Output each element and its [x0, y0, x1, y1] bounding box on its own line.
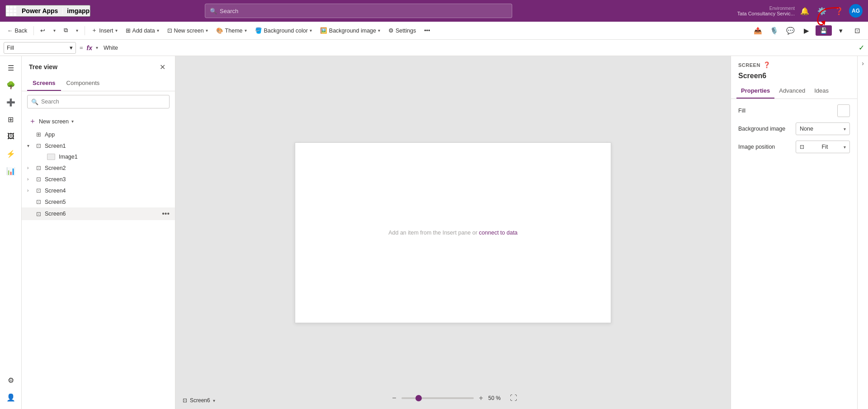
formula-value[interactable]: White — [102, 45, 855, 51]
property-dropdown[interactable]: Fill ▾ — [4, 42, 76, 54]
save-button[interactable]: 💾 — [816, 25, 832, 36]
sidebar-tabs: Screens Components — [22, 76, 175, 91]
formula-check-icon: ✓ — [859, 43, 864, 52]
zoom-slider[interactable] — [401, 397, 474, 399]
search-placeholder: Search — [220, 8, 238, 14]
data-icon: ⊞ — [126, 27, 131, 34]
tree-item-screen4[interactable]: › ⊡ Screen4 — [22, 185, 175, 196]
right-panel: SCREEN ❓ Screen6 Properties Advanced Ide… — [731, 56, 857, 409]
copy-dropdown[interactable]: ▾ — [72, 24, 82, 38]
save-dropdown[interactable]: ▾ — [834, 24, 848, 38]
screen2-icon: ⊡ — [36, 165, 41, 171]
tree-item-screen3[interactable]: › ⊡ Screen3 — [22, 174, 175, 185]
formula-bar: Fill ▾ = fx ▾ White ✓ — [0, 40, 868, 56]
tree-item-app[interactable]: ⊞ App — [22, 129, 175, 140]
right-panel-collapse-button[interactable]: › — [857, 56, 868, 409]
play-button[interactable]: ▶ — [799, 24, 814, 38]
fullscreen-button[interactable]: ⛶ — [510, 394, 517, 402]
help-button[interactable]: ❓ — [832, 5, 846, 17]
screen3-icon: ⊡ — [36, 176, 41, 183]
rp-help-icon[interactable]: ❓ — [763, 61, 770, 68]
screen4-label: Screen4 — [45, 188, 171, 194]
app-label: App — [45, 132, 171, 138]
theme-button[interactable]: 🎨 Theme ▾ — [212, 24, 250, 38]
add-data-button[interactable]: ⊞ Add data ▾ — [122, 24, 163, 38]
new-screen-label: New screen — [39, 118, 69, 125]
nav-data-button[interactable]: ⊞ — [3, 111, 19, 127]
canvas-frame[interactable]: Add an item from the Insert pane or conn… — [295, 142, 611, 323]
tree-item-screen6[interactable]: ⊡ Screen6 ••• — [22, 207, 175, 220]
app-project-name: imgapp — [67, 7, 90, 14]
zoom-in-button[interactable]: + — [476, 393, 486, 404]
sidebar-search-container: 🔍 — [27, 95, 170, 108]
screen6-more-button[interactable]: ••• — [160, 210, 171, 218]
settings-icon-tb: ⚙ — [388, 27, 394, 34]
bg-color-button[interactable]: 🪣 Background color ▾ — [251, 24, 316, 38]
settings-toolbar-button[interactable]: ⚙ Settings — [385, 24, 420, 38]
global-search-bar[interactable]: 🔍 Search — [205, 4, 512, 18]
sidebar-close-button[interactable]: ✕ — [157, 61, 168, 72]
nav-settings-bottom-button[interactable]: ⚙ — [3, 372, 19, 388]
left-nav: ☰ 🌳 ➕ ⊞ 🖼 ⚡ 📊 ⚙ 👤 — [0, 56, 22, 409]
nav-variables-button[interactable]: 📊 — [3, 163, 19, 179]
copy-button[interactable]: ⧉ — [60, 24, 71, 38]
background-image-select[interactable]: None ▾ — [796, 122, 850, 135]
nav-user-button[interactable]: 👤 — [3, 389, 19, 405]
theme-icon: 🎨 — [216, 27, 223, 34]
canvas-zoom-controls: − + 50 % ⛶ — [175, 393, 731, 404]
bg-image-button[interactable]: 🖼️ Background image ▾ — [316, 24, 384, 38]
nav-menu-button[interactable]: ☰ — [3, 60, 19, 76]
env-name: Tata Consultancy Servic... — [737, 11, 795, 16]
zoom-percentage: 50 % — [488, 395, 506, 401]
toolbar-separator-1 — [33, 26, 34, 35]
toolbar: ← Back ↩ ▾ ⧉ ▾ ＋ Insert ▾ ⊞ Add data ▾ ⊡… — [0, 22, 868, 40]
fill-value — [837, 104, 850, 117]
undo-dropdown[interactable]: ▾ — [50, 24, 59, 38]
new-screen-toolbar-button[interactable]: ⊡ New screen ▾ — [164, 24, 212, 38]
bg-color-chevron: ▾ — [310, 28, 312, 33]
avatar[interactable]: AG — [849, 4, 863, 18]
mic-button[interactable]: 🎙️ — [767, 24, 781, 38]
rp-tab-ideas[interactable]: Ideas — [810, 84, 833, 99]
nav-insert-button[interactable]: ➕ — [3, 94, 19, 110]
image1-icon — [47, 154, 55, 160]
canvas-connect-link[interactable]: connect to data — [479, 230, 517, 236]
bg-image-icon: 🖼️ — [320, 27, 327, 34]
tree-item-screen5[interactable]: ⊡ Screen5 — [22, 196, 175, 207]
insert-button[interactable]: ＋ Insert ▾ — [88, 24, 121, 38]
background-image-label: Background image — [738, 126, 796, 132]
app-logo[interactable]: Power Apps | imgapp — [5, 5, 90, 17]
rp-tab-properties[interactable]: Properties — [736, 84, 774, 99]
nav-media-button[interactable]: 🖼 — [3, 128, 19, 145]
tree-item-screen1[interactable]: ▾ ⊡ Screen1 — [22, 140, 175, 151]
settings-button[interactable]: ⚙️ — [815, 5, 829, 17]
zoom-out-button[interactable]: − — [389, 393, 400, 404]
notifications-button[interactable]: 🔔 — [797, 5, 812, 17]
main-layout: ☰ 🌳 ➕ ⊞ 🖼 ⚡ 📊 ⚙ 👤 Tree view ✕ Screens Co… — [0, 56, 868, 409]
tree-item-screen2[interactable]: › ⊡ Screen2 — [22, 162, 175, 174]
more-options-button[interactable]: ••• — [420, 24, 434, 38]
tab-components[interactable]: Components — [61, 76, 105, 91]
tab-screens[interactable]: Screens — [27, 76, 61, 91]
left-nav-bottom: ⚙ 👤 — [3, 372, 19, 409]
nav-treeview-button[interactable]: 🌳 — [3, 77, 19, 93]
waffle-icon — [6, 6, 16, 16]
publish-button[interactable]: 📤 — [750, 24, 765, 38]
top-bar-right: Environment Tata Consultancy Servic... 🔔… — [737, 4, 863, 18]
sidebar-header: Tree view ✕ — [22, 56, 175, 76]
formula-equals: = — [80, 44, 83, 51]
nav-power-automate-button[interactable]: ⚡ — [3, 146, 19, 162]
more-tb-right[interactable]: ⊡ — [850, 24, 864, 38]
background-image-chevron-icon: ▾ — [844, 127, 846, 132]
new-screen-sidebar-button[interactable]: ＋ New screen ▾ — [22, 114, 175, 129]
formula-dropdown-2[interactable]: ▾ — [96, 45, 98, 50]
tree-item-image1[interactable]: Image1 — [22, 151, 175, 162]
image-position-select[interactable]: ⊡ Fit ▾ — [796, 141, 850, 153]
comment-button[interactable]: 💬 — [783, 24, 797, 38]
fill-color-swatch[interactable] — [837, 104, 850, 117]
dropdown-chevron-icon: ▾ — [70, 44, 73, 51]
rp-tab-advanced[interactable]: Advanced — [774, 84, 810, 99]
back-button[interactable]: ← Back — [4, 24, 31, 38]
sidebar-search-input[interactable] — [41, 99, 165, 105]
undo-button[interactable]: ↩ — [37, 24, 49, 38]
